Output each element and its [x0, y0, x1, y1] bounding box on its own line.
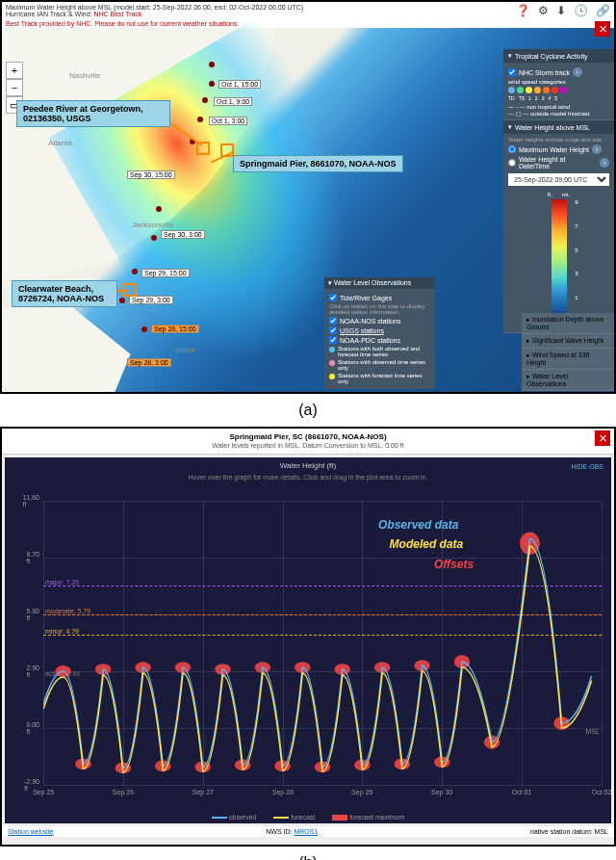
- track-point[interactable]: [197, 117, 203, 122]
- header-warning: Best Track provided by NHC. Please do no…: [2, 19, 614, 28]
- cat-dot-icon: [552, 87, 558, 93]
- cat-dot-icon: [560, 87, 567, 93]
- track-point[interactable]: [119, 298, 125, 303]
- sb-wh-header[interactable]: ▾ Water Height above MSL: [503, 120, 614, 134]
- callout-springmaid: Springmaid Pier, 8661070, NOAA-NOS: [233, 155, 403, 172]
- nws-id-link[interactable]: MROS1: [294, 828, 318, 835]
- track-point[interactable]: [209, 81, 215, 87]
- station-website-link[interactable]: Station website: [8, 828, 53, 835]
- cat-dot-icon: [508, 87, 515, 93]
- chart-header: Springmaid Pier, SC (8661070, NOAA-NOS) …: [2, 429, 614, 455]
- track-label: Oct 1, 9:00: [214, 97, 252, 106]
- help-icon[interactable]: ❓: [516, 4, 530, 17]
- city-atlanta: Atlanta: [48, 139, 72, 147]
- colorbar: ft. mt. 9 7 5 3 1 0: [508, 188, 609, 329]
- track-label: Sep 28, 3:00: [127, 358, 171, 367]
- track-label: Oct 1, 3:00: [209, 117, 247, 125]
- caption-a: (a): [0, 402, 616, 419]
- track-info: NHC Best Track: [93, 11, 141, 17]
- sb-collapsed[interactable]: ▸ Significant Wave Height: [522, 334, 614, 349]
- chart-instruction: Hover over the graph for more details. C…: [5, 474, 611, 481]
- wh-note: Water heights include surge and tide.: [508, 137, 609, 143]
- download-icon[interactable]: ⬇: [556, 4, 566, 17]
- cat-dot-icon: [526, 87, 532, 93]
- map-header: Maximum Water Height above MSL (model st…: [2, 2, 614, 19]
- track-point[interactable]: [151, 235, 157, 241]
- obs-note: Click on station on the map to display d…: [329, 303, 430, 315]
- chart-legend: observed forecast forecast maximum: [5, 814, 611, 821]
- plot-region[interactable]: 11.60 ft 8.70 ft 5.80 ft 2.90 ft 0.00 ft…: [43, 501, 602, 785]
- track-label: Sep 29, 3:00: [129, 296, 173, 304]
- zoom-out-button[interactable]: −: [6, 79, 23, 96]
- info-icon[interactable]: i: [592, 144, 602, 154]
- obs-check[interactable]: [329, 326, 337, 334]
- caption-b: (b): [0, 854, 616, 860]
- city-jacksonville: Jacksonville: [132, 221, 173, 229]
- max-wh-radio[interactable]: [508, 145, 516, 153]
- chart-station-title: Springmaid Pier, SC (8661070, NOAA-NOS): [229, 432, 386, 441]
- city-nashville: Nashville: [69, 71, 100, 80]
- track-label: Sep 29, 15:00: [141, 269, 190, 277]
- track-point[interactable]: [156, 206, 162, 212]
- chart-station-sub: Water levels reported in MSL. Datum Conv…: [212, 442, 403, 449]
- close-icon[interactable]: ✕: [595, 21, 610, 37]
- close-icon[interactable]: ✕: [595, 430, 610, 446]
- sb-collapsed[interactable]: ▸ Water Level Observations: [522, 370, 614, 391]
- track-prefix: Hurricane IAN Track & Wind:: [6, 11, 93, 17]
- track-label: Sep 28, 15:00: [151, 325, 199, 333]
- map-sidebar: ▾ Tropical Cyclone Activity NHC Storm tr…: [503, 49, 614, 333]
- cat-dot-icon: [517, 87, 524, 93]
- info-icon[interactable]: i: [573, 67, 582, 77]
- wind-cat-label: wind speed categories: [508, 79, 609, 85]
- collapsed-sections: ▸ Inundation Depth above Ground ▸ Signif…: [522, 313, 614, 391]
- chart-area[interactable]: Water Height (ft) Hover over the graph f…: [5, 457, 611, 823]
- panel-b-figure: Springmaid Pier, SC (8661070, NOAA-NOS) …: [0, 427, 616, 847]
- track-point[interactable]: [132, 269, 138, 274]
- gear-icon[interactable]: ⚙: [538, 4, 549, 17]
- obs-check[interactable]: [329, 317, 337, 325]
- obs-body: Tide/River Gages Click on station on the…: [324, 289, 435, 389]
- city-miami: Miami: [175, 346, 195, 354]
- cat-dot-icon: [543, 87, 550, 93]
- datum-label: native station datum: MSL: [530, 828, 608, 835]
- header-title: Maximum Water Height above MSL (model st…: [6, 4, 303, 11]
- track-point[interactable]: [202, 97, 208, 103]
- track-label: Sep 30, 3:00: [161, 230, 205, 239]
- callout-peedee: Peedee River at Georgetown, 02136350, US…: [16, 100, 170, 127]
- header-icons: ❓ ⚙ ⬇ 🕓 🔗: [516, 4, 610, 17]
- obs-header[interactable]: ▾ Water Level Observations: [324, 277, 435, 289]
- obs-dot-icon: [329, 347, 335, 352]
- panel-a-figure: Maximum Water Height above MSL (model st…: [0, 0, 616, 394]
- chart-svg: [43, 501, 602, 785]
- tide-gages-check[interactable]: [329, 294, 337, 301]
- zoom-in-button[interactable]: +: [6, 62, 23, 79]
- info-icon[interactable]: i: [600, 158, 609, 168]
- track-point[interactable]: [209, 62, 215, 67]
- obs-dot-icon: [329, 360, 335, 366]
- link-icon[interactable]: 🔗: [596, 4, 610, 17]
- chart-panel: Springmaid Pier, SC (8661070, NOAA-NOS) …: [2, 429, 614, 845]
- cat-dot-icon: [534, 87, 541, 93]
- wh-datetime-radio[interactable]: [508, 159, 516, 167]
- callout-clearwater: Clearwater Beach, 8726724, NOAA-NOS: [12, 280, 117, 307]
- nhc-track-check[interactable]: [508, 68, 516, 76]
- sb-collapsed[interactable]: ▸ Wind Speed at 33ft Height: [522, 349, 614, 370]
- chart-title: Water Height (ft): [5, 457, 611, 474]
- obs-dot-icon: [329, 374, 335, 379]
- obs-check[interactable]: [329, 336, 337, 344]
- map-panel: Maximum Water Height above MSL (model st…: [2, 2, 614, 392]
- observation-panel: ▾ Water Level Observations Tide/River Ga…: [324, 277, 435, 389]
- track-point[interactable]: [141, 326, 147, 332]
- track-label: Oct 1, 15:00: [218, 80, 261, 89]
- datetime-select[interactable]: 25-Sep-2022 09:00 UTC: [508, 173, 609, 186]
- sb-tca-header[interactable]: ▾ Tropical Cyclone Activity: [503, 49, 614, 63]
- map-area[interactable]: + − ▭ Nashville Atlanta Jacksonville Orl…: [2, 28, 614, 392]
- callout-line: [117, 290, 129, 292]
- chart-footer: Station website NWS ID: MROS1 native sta…: [2, 826, 614, 837]
- cat-legend: [508, 87, 609, 93]
- track-label: Sep 30, 15:00: [127, 170, 175, 179]
- clock-icon[interactable]: 🕓: [574, 4, 588, 17]
- hide-obs-toggle[interactable]: HIDE OBS: [572, 463, 603, 470]
- sb-collapsed[interactable]: ▸ Inundation Depth above Ground: [522, 313, 614, 334]
